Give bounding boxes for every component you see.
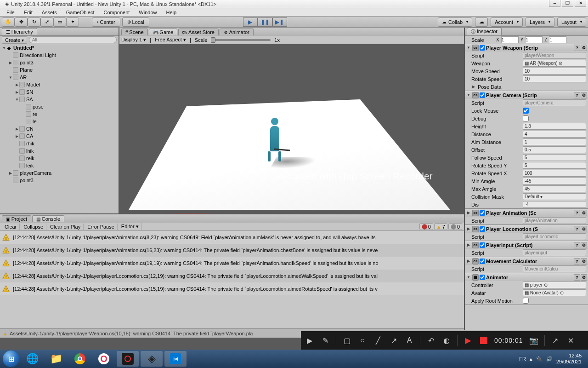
taskbar-ie[interactable]: 🌐 (21, 351, 43, 367)
inspector-tab[interactable]: ⓘ Inspector (467, 28, 502, 35)
component-header[interactable]: ▶csPlayer Locomotion (S?⚙ (465, 225, 588, 233)
taskbar-explorer[interactable]: 📁 (45, 351, 67, 367)
tray-network-icon[interactable]: 🔌 (536, 356, 543, 362)
property-field[interactable]: 45 (523, 185, 586, 192)
component-enabled-checkbox[interactable] (480, 210, 485, 216)
property-field[interactable]: ▦ player ⊙ (523, 282, 586, 288)
menu-file[interactable]: File (2, 9, 19, 16)
hierarchy-item[interactable]: ▶CA (0, 132, 119, 140)
hierarchy-item[interactable]: rhik (0, 140, 119, 147)
layout-dropdown[interactable]: Layout (557, 17, 586, 27)
transform-tool-button[interactable]: ✦ (66, 17, 79, 27)
component-header[interactable]: ▼csPlayer Camera (Scrip?⚙ (465, 91, 588, 99)
component-settings-icon[interactable]: ⚙ (581, 242, 587, 248)
property-field[interactable]: 5 (523, 154, 586, 161)
component-header[interactable]: ▶csPlayer Animation (Sc?⚙ (465, 209, 588, 217)
start-button[interactable]: ⊞ (3, 351, 19, 367)
taskbar-opera[interactable]: O (93, 351, 115, 367)
aspect-dropdown[interactable]: Free Aspect ▾ (155, 37, 186, 43)
component-settings-icon[interactable]: ⚙ (581, 274, 587, 281)
menu-help[interactable]: Help (161, 9, 181, 16)
console-editor-dropdown[interactable]: Editor ▾ (119, 223, 142, 230)
scale-tool-button[interactable]: ⤢ (40, 17, 53, 27)
property-field[interactable]: Default ▾ (523, 193, 586, 200)
rec-undo-button[interactable]: ↶ (426, 335, 436, 345)
taskbar-unity[interactable]: ◈ (141, 351, 163, 367)
hierarchy-item[interactable]: pose (0, 103, 119, 110)
menu-assets[interactable]: Assets (37, 9, 62, 16)
console-clear-button[interactable]: Clear (2, 224, 20, 230)
tab-project[interactable]: ▣ Project (2, 215, 31, 222)
hierarchy-item[interactable]: lhik (0, 147, 119, 155)
rec-rect-button[interactable]: ▢ (342, 335, 352, 345)
tab-scene[interactable]: # Scene (121, 29, 148, 35)
component-settings-icon[interactable]: ⚙ (581, 210, 587, 216)
console-log-row[interactable]: ![12:44:28] Assets/Unity-1/unity-1/playe… (0, 282, 464, 295)
component-header[interactable]: ▼▦Animator?⚙ (465, 273, 588, 281)
component-help-icon[interactable]: ? (574, 210, 580, 216)
minimize-button[interactable]: – (549, 0, 560, 7)
component-help-icon[interactable]: ? (574, 45, 580, 51)
pivot-center-button[interactable]: ▪Center (92, 17, 120, 27)
rec-circle-button[interactable]: ○ (357, 335, 368, 345)
hierarchy-item[interactable]: Plane (0, 66, 119, 74)
scene-item[interactable]: ▼◈Untitled* (0, 44, 119, 52)
component-settings-icon[interactable]: ⚙ (581, 45, 587, 51)
rec-arrow-button[interactable]: ↗ (389, 335, 399, 345)
hierarchy-item[interactable]: ▶point3 (0, 59, 119, 66)
component-enabled-checkbox[interactable] (480, 242, 485, 248)
taskbar-vscode[interactable]: ⋈ (164, 351, 187, 367)
property-checkbox[interactable] (523, 108, 529, 114)
hand-tool-button[interactable]: ✋ (2, 17, 15, 27)
property-field[interactable]: 10 (523, 68, 586, 75)
property-field[interactable]: 10 (523, 75, 586, 82)
move-tool-button[interactable]: ✥ (15, 17, 28, 27)
pause-button[interactable]: ❚❚ (258, 17, 272, 27)
cloud-button[interactable]: ☁ (475, 17, 488, 27)
component-enabled-checkbox[interactable] (480, 45, 485, 51)
component-help-icon[interactable]: ? (574, 274, 580, 281)
hierarchy-item[interactable]: ▶Model (0, 81, 119, 88)
hierarchy-search[interactable] (29, 36, 117, 43)
component-settings-icon[interactable]: ⚙ (581, 92, 587, 98)
rec-erase-button[interactable]: ◐ (441, 335, 452, 345)
warning-count[interactable]: ▲7 (434, 223, 447, 230)
property-field[interactable]: -45 (523, 178, 586, 184)
rotate-tool-button[interactable]: ↻ (28, 17, 40, 27)
menu-gameobject[interactable]: GameObject (62, 9, 99, 16)
hierarchy-item[interactable]: ▶playerCamera (0, 169, 119, 177)
tray-lang[interactable]: FR (519, 356, 526, 362)
rec-line-button[interactable]: ╱ (373, 335, 383, 345)
play-button[interactable]: ▶ (243, 17, 258, 27)
hierarchy-item[interactable]: point3 (0, 177, 119, 184)
hierarchy-item[interactable]: le (0, 118, 119, 125)
property-field[interactable]: 1.8 (523, 123, 586, 130)
hierarchy-item[interactable]: ▶SN (0, 88, 119, 96)
hierarchy-item[interactable]: ▼AR (0, 74, 119, 81)
menu-window[interactable]: Window (134, 9, 161, 16)
property-foldout[interactable]: ▶Pose Data (465, 83, 588, 91)
tab-game[interactable]: 🎮 Game (149, 29, 178, 35)
tray-show-hidden-icon[interactable]: ▴ (530, 356, 532, 362)
component-help-icon[interactable]: ? (574, 92, 580, 98)
component-header[interactable]: ▼csPlayer Weapon (Scrip?⚙ (465, 44, 588, 52)
property-field[interactable]: -4 (523, 201, 586, 208)
component-help-icon[interactable]: ? (574, 258, 580, 264)
scale-slider[interactable] (211, 39, 271, 41)
error-count[interactable]: ⬤0 (419, 223, 433, 230)
component-help-icon[interactable]: ? (574, 226, 580, 232)
property-field[interactable]: 0.5 (523, 146, 586, 153)
property-field[interactable]: ▦ None (Avatar) ⊙ (523, 289, 586, 296)
rec-text-button[interactable]: A (404, 335, 414, 345)
taskbar-recorder[interactable] (117, 351, 139, 367)
rec-close-button[interactable]: ✕ (566, 335, 576, 345)
rect-tool-button[interactable]: ▭ (53, 17, 66, 27)
create-dropdown[interactable]: Create ▾ (2, 36, 27, 44)
rec-export-button[interactable]: ↗ (550, 335, 560, 345)
rec-cursor-button[interactable]: ▶ (305, 335, 315, 345)
pivot-local-button[interactable]: ⊕Local (122, 17, 149, 27)
component-help-icon[interactable]: ? (574, 242, 580, 248)
hierarchy-item[interactable]: reik (0, 155, 119, 162)
taskbar-chrome[interactable] (69, 351, 91, 367)
tray-volume-icon[interactable]: 🔊 (546, 356, 553, 362)
